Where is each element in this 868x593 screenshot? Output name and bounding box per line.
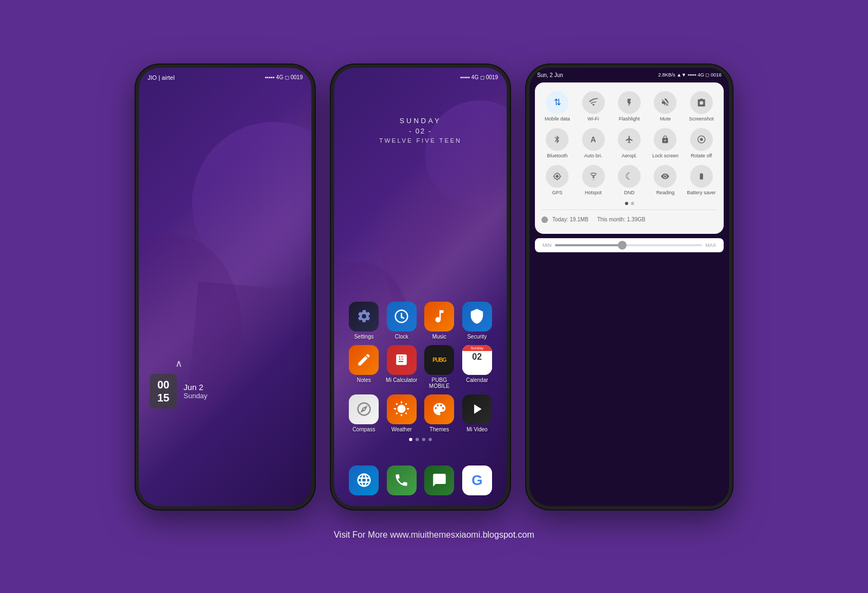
battery-saver-label: Battery saver [687,190,716,195]
widget-num: - 02 - [334,127,507,135]
date-display: Sun, 2 Jun [537,72,563,78]
app-calculator[interactable]: Mi Calculator [384,345,419,389]
app-compass[interactable]: Compass [346,394,381,432]
mute-icon [654,91,676,114]
qs-screenshot[interactable]: Screenshot [686,91,717,122]
qs-mobile-data[interactable]: ⇅ Mobile data [541,91,573,122]
dot-2 [416,438,419,441]
qs-flashlight[interactable]: Flashlight [614,91,645,122]
qs-battery-saver[interactable]: Battery saver [686,165,717,195]
bluetooth-label: Bluetooth [547,153,567,158]
dot-4 [429,438,432,441]
pubg-icon: PUBG [424,345,454,375]
app-clock[interactable]: Clock [384,302,419,340]
dock-google[interactable]: G [462,466,492,495]
hotspot-label: Hotspot [585,190,602,195]
qs-dnd[interactable]: ☾ DND [614,165,645,195]
widget-time: TWELVE FIVE TEEN [334,137,507,144]
chevron-up-icon: ∧ [150,358,207,369]
qs-data-usage: Today: 19.1MB This month: 1.39GB [541,214,717,225]
dnd-icon: ☾ [618,165,641,188]
clock-icon [387,302,417,331]
qs-airplane[interactable]: Aeropl. [614,128,645,158]
mivideo-label: Mi Video [467,426,488,432]
brightness-control[interactable]: MIN MAX [535,238,724,252]
qs-bluetooth[interactable]: Bluetooth [541,128,573,158]
security-label: Security [467,334,487,340]
minute-display: 15 [157,391,169,404]
weather-icon [387,394,417,424]
apps-row-2: Notes Mi Calculator PUBG [345,345,496,389]
qs-rotate-off[interactable]: Rotate off [686,128,717,158]
qs-hotspot[interactable]: Hotspot [577,165,609,195]
qs-reading[interactable]: Reading [649,165,681,195]
clock-box: 00 15 Jun 2 Sunday [150,374,207,409]
phone-3-screen: Sun, 2 Jun 2.8KB/s ▲▼ ▪▪▪▪▪ 4G ◻ 0016 ⇅ … [529,68,729,506]
mobile-data-label: Mobile data [545,116,570,122]
flashlight-icon [618,91,641,114]
brightness-slider[interactable] [555,244,703,246]
qs-wifi[interactable]: Wi-Fi [577,91,609,122]
notes-label: Notes [357,377,371,383]
gps-icon [546,165,569,188]
dock-phone[interactable] [387,466,417,495]
dock-messages[interactable] [424,466,454,495]
qs-row-2: Bluetooth A Auto bri. Aeropl. [541,128,717,158]
carrier-text: JIO | airtel [148,74,175,81]
compass-label: Compass [353,426,375,432]
qs-gps[interactable]: GPS [541,165,573,195]
wifi-icon [582,91,605,114]
notes-icon [349,345,379,375]
network-info: ▪▪▪▪▪ 4G ◻ 0019 [460,74,498,80]
pubg-label: PUBG MOBILE [422,377,457,389]
themes-icon [424,394,454,424]
dock-browser[interactable] [349,466,379,495]
phones-row: JIO | airtel ▪▪▪▪▪ 4G ◻ 0019 ∧ 00 15 [125,54,743,520]
music-label: Music [432,334,446,340]
network-signal: ▪▪▪▪▪ 4G ◻ 0019 [265,74,303,80]
calendar-label: Calendar [466,377,488,383]
footer-text: Visit For More www.miuithemesxiaomi.blog… [125,530,743,540]
date-text: Jun 2 [183,382,207,392]
app-weather[interactable]: Weather [384,394,419,432]
qs-auto-brightness[interactable]: A Auto bri. [577,128,609,158]
calendar-icon: Sunday 02 [462,345,492,375]
brightness-min-label: MIN [542,243,552,248]
qs-divider [541,209,717,210]
calculator-label: Mi Calculator [386,377,417,383]
bluetooth-icon [546,128,569,151]
app-themes[interactable]: Themes [422,394,457,432]
phone-3: Sun, 2 Jun 2.8KB/s ▲▼ ▪▪▪▪▪ 4G ◻ 0016 ⇅ … [526,65,732,509]
phone-3-status-bar: Sun, 2 Jun 2.8KB/s ▲▼ ▪▪▪▪▪ 4G ◻ 0016 [529,68,729,82]
app-calendar[interactable]: Sunday 02 Calendar [459,345,495,389]
qs-row-3: GPS Hotspot ☾ DND [541,165,717,195]
qs-mute[interactable]: Mute [649,91,681,122]
weather-label: Weather [391,426,412,432]
phone-2-date-widget: SUNDAY - 02 - TWELVE FIVE TEEN [334,117,507,144]
svg-point-1 [700,138,703,141]
qs-lock-screen[interactable]: Lock screen [649,128,681,158]
app-notes[interactable]: Notes [346,345,381,389]
hour-display: 00 [157,378,169,391]
compass-icon [349,394,379,424]
auto-brightness-label: Auto bri. [584,153,603,158]
reading-icon [654,165,676,188]
reading-label: Reading [656,190,675,195]
airplane-label: Aeropl. [622,153,637,158]
app-mivideo[interactable]: Mi Video [459,394,495,432]
app-pubg[interactable]: PUBG PUBG MOBILE [422,345,457,389]
qs-row-1: ⇅ Mobile data Wi-Fi [541,91,717,122]
phone-2-status-bar: ▪▪▪▪▪ 4G ◻ 0019 [343,74,498,80]
app-settings[interactable]: Settings [346,302,381,340]
quick-settings-panel: ⇅ Mobile data Wi-Fi [535,82,724,234]
date-info: Jun 2 Sunday [183,382,207,400]
app-music[interactable]: Music [422,302,457,340]
app-security[interactable]: Security [459,302,495,340]
lock-screen-label: Lock screen [652,153,679,158]
lock-screen-icon [654,128,676,151]
security-icon [462,302,492,331]
screenshot-label: Screenshot [689,116,714,122]
dnd-label: DND [624,190,635,195]
clock-label: Clock [395,334,409,340]
dot-3 [422,438,425,441]
